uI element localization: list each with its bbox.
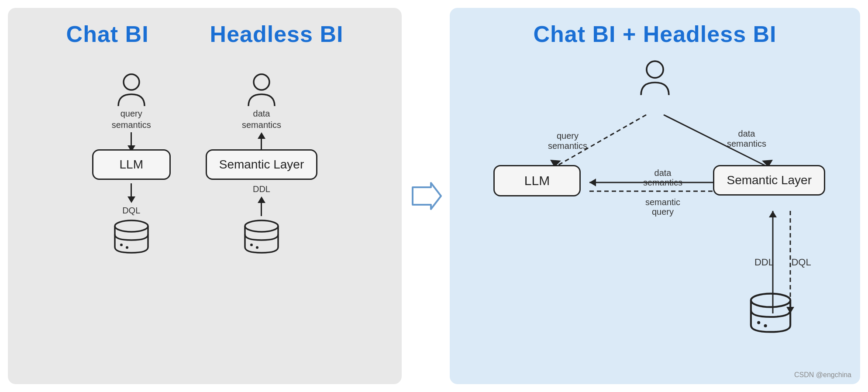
left-diagram: querysemantics LLM DQL xyxy=(17,73,393,254)
svg-text:data: data xyxy=(738,129,756,138)
right-panel-title: Chat BI + Headless BI xyxy=(533,21,776,47)
ddl-label-left: DDL xyxy=(253,183,270,195)
svg-text:semantics: semantics xyxy=(727,139,766,148)
headless-bi-column: datasemantics Semantic Layer DDL xyxy=(206,73,318,254)
svg-point-32 xyxy=(751,294,790,307)
semantic-layer-box-left: Semantic Layer xyxy=(206,149,318,180)
svg-marker-8 xyxy=(413,183,441,209)
svg-point-2 xyxy=(120,244,123,246)
semantic-layer-box-right: Semantic Layer xyxy=(713,165,825,196)
person-icon-headless xyxy=(246,73,277,108)
person-icon-chat xyxy=(116,73,147,108)
svg-point-5 xyxy=(245,220,278,232)
svg-text:semantics: semantics xyxy=(643,178,682,187)
svg-text:DDL: DDL xyxy=(754,257,774,268)
svg-point-6 xyxy=(250,244,253,246)
chat-bi-column: querysemantics LLM DQL xyxy=(92,73,171,254)
svg-point-3 xyxy=(126,246,128,249)
person-icon-right xyxy=(639,60,672,99)
database-icon-right xyxy=(747,292,795,335)
left-panel: Chat BI Headless BI querysemantics LLM xyxy=(8,8,402,384)
database-icon-chat xyxy=(112,219,151,254)
headless-bi-title: Headless BI xyxy=(210,21,344,47)
svg-text:DQL: DQL xyxy=(791,257,811,268)
svg-point-0 xyxy=(124,74,139,90)
svg-text:query: query xyxy=(557,131,579,141)
transition-arrow xyxy=(406,0,445,392)
svg-text:data: data xyxy=(654,168,672,178)
svg-line-9 xyxy=(555,115,646,167)
svg-text:query: query xyxy=(652,207,674,217)
svg-point-1 xyxy=(115,220,148,232)
svg-point-4 xyxy=(254,74,269,90)
svg-text:semantic: semantic xyxy=(645,197,680,207)
database-icon-headless xyxy=(242,219,281,254)
llm-box-left: LLM xyxy=(92,149,171,180)
data-semantics-label-headless: datasemantics xyxy=(242,108,281,131)
chat-bi-title: Chat BI xyxy=(66,21,149,47)
query-semantics-label-left: querysemantics xyxy=(112,108,151,131)
svg-marker-14 xyxy=(589,179,596,186)
svg-point-33 xyxy=(757,321,760,324)
svg-line-11 xyxy=(664,115,768,167)
svg-point-34 xyxy=(764,324,767,327)
right-arrow-icon xyxy=(408,181,443,211)
svg-text:semantics: semantics xyxy=(548,141,587,151)
llm-box-right: LLM xyxy=(493,165,581,196)
svg-point-7 xyxy=(256,246,258,249)
right-panel: Chat BI + Headless BI xyxy=(450,8,860,384)
svg-marker-18 xyxy=(769,211,777,217)
svg-point-31 xyxy=(647,61,663,78)
csdn-credit: CSDN @engchina xyxy=(794,371,851,379)
dql-label-left: DQL xyxy=(122,205,140,216)
right-diagram: query semantics data semantics data sema… xyxy=(458,52,851,348)
